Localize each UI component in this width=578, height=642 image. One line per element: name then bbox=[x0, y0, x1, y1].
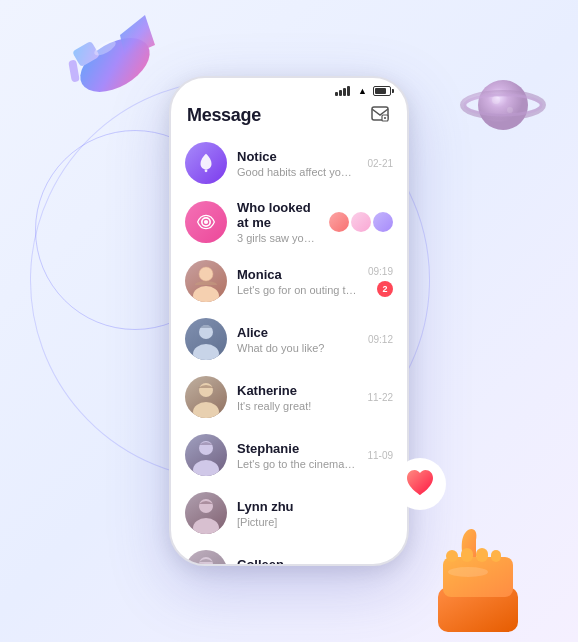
phone-screen: ▲ Message bbox=[169, 76, 409, 566]
heart-reaction-icon bbox=[393, 457, 448, 512]
list-item[interactable]: Monica Let's go for on outing this weeke… bbox=[171, 252, 407, 310]
svg-point-16 bbox=[448, 567, 488, 577]
contact-name: Who looked at me bbox=[237, 200, 319, 230]
message-meta bbox=[329, 212, 393, 232]
list-item[interactable]: Colleen [Video] 10-23 bbox=[171, 542, 407, 566]
svg-point-7 bbox=[492, 96, 500, 104]
megaphone-icon bbox=[50, 0, 170, 110]
avatar bbox=[185, 260, 227, 302]
thumbs-up-icon bbox=[418, 502, 538, 632]
app-header: Message bbox=[171, 100, 407, 134]
contact-name: Monica bbox=[237, 267, 358, 282]
message-content: Colleen [Video] bbox=[237, 557, 357, 567]
svg-point-30 bbox=[193, 402, 219, 418]
list-item[interactable]: Stephanie Let's go to the cinema togethe… bbox=[171, 426, 407, 484]
svg-rect-13 bbox=[461, 548, 473, 562]
battery-icon bbox=[373, 86, 391, 96]
contact-name: Katherine bbox=[237, 383, 357, 398]
svg-point-21 bbox=[205, 169, 208, 172]
message-content: Monica Let's go for on outing this weeke… bbox=[237, 267, 358, 296]
message-preview: What do you like? bbox=[237, 342, 358, 354]
message-content: Katherine It's really great! bbox=[237, 383, 357, 412]
message-time: 10-23 bbox=[367, 566, 393, 567]
message-content: Lynn zhu [Picture] bbox=[237, 499, 383, 528]
planet-icon bbox=[458, 60, 548, 150]
message-content: Stephanie Let's go to the cinema togethe… bbox=[237, 441, 357, 470]
list-item[interactable]: Who looked at me 3 girls saw you 3mine a… bbox=[171, 192, 407, 252]
contact-name: Notice bbox=[237, 149, 357, 164]
message-preview: Let's go to the cinema together bbox=[237, 458, 357, 470]
message-meta: 09:12 bbox=[368, 334, 393, 345]
avatar bbox=[185, 318, 227, 360]
viewer-avatars bbox=[329, 212, 393, 232]
svg-point-23 bbox=[204, 220, 208, 224]
list-item[interactable]: Lynn zhu [Picture] bbox=[171, 484, 407, 542]
svg-rect-2 bbox=[68, 59, 80, 82]
message-meta: 10-23 bbox=[367, 566, 393, 567]
message-time: 09:12 bbox=[368, 334, 393, 345]
svg-point-28 bbox=[193, 344, 219, 360]
contact-name: Stephanie bbox=[237, 441, 357, 456]
message-content: Alice What do you like? bbox=[237, 325, 358, 354]
svg-point-8 bbox=[507, 107, 513, 113]
list-item[interactable]: Katherine It's really great! 11-22 bbox=[171, 368, 407, 426]
unread-badge: 2 bbox=[377, 281, 393, 297]
message-time: 09:19 bbox=[368, 266, 393, 277]
avatar bbox=[185, 376, 227, 418]
wifi-icon: ▲ bbox=[358, 86, 367, 96]
svg-rect-11 bbox=[443, 557, 513, 597]
avatar bbox=[185, 434, 227, 476]
svg-rect-14 bbox=[476, 548, 488, 562]
message-meta: 11-09 bbox=[367, 450, 393, 461]
message-preview: 3 girls saw you 3mine ago bbox=[237, 232, 319, 244]
avatar bbox=[185, 142, 227, 184]
svg-point-4 bbox=[478, 80, 528, 130]
avatar bbox=[185, 492, 227, 534]
message-list: Notice Good habits affect your life 02-2… bbox=[171, 134, 407, 566]
message-content: Who looked at me 3 girls saw you 3mine a… bbox=[237, 200, 319, 244]
compose-icon[interactable] bbox=[369, 104, 391, 126]
message-time: 02-21 bbox=[367, 158, 393, 169]
svg-point-34 bbox=[193, 518, 219, 534]
app-title: Message bbox=[187, 105, 261, 126]
list-item[interactable]: Alice What do you like? 09:12 bbox=[171, 310, 407, 368]
phone-mockup: ▲ Message bbox=[169, 76, 409, 566]
message-meta: 02-21 bbox=[367, 158, 393, 169]
message-preview: It's really great! bbox=[237, 400, 357, 412]
avatar bbox=[185, 550, 227, 566]
message-content: Notice Good habits affect your life bbox=[237, 149, 357, 178]
contact-name: Colleen bbox=[237, 557, 357, 567]
svg-rect-15 bbox=[491, 550, 501, 562]
message-time: 11-09 bbox=[367, 450, 393, 461]
message-time: 11-22 bbox=[367, 392, 393, 403]
list-item[interactable]: Notice Good habits affect your life 02-2… bbox=[171, 134, 407, 192]
message-meta: 09:19 2 bbox=[368, 266, 393, 297]
message-preview: [Picture] bbox=[237, 516, 383, 528]
svg-point-32 bbox=[193, 460, 219, 476]
message-preview: Let's go for on outing this weekend~ bbox=[237, 284, 358, 296]
message-preview: Good habits affect your life bbox=[237, 166, 357, 178]
status-bar: ▲ bbox=[171, 78, 407, 100]
contact-name: Lynn zhu bbox=[237, 499, 383, 514]
svg-rect-12 bbox=[446, 550, 458, 562]
avatar bbox=[185, 201, 227, 243]
message-meta: 11-22 bbox=[367, 392, 393, 403]
signal-icon bbox=[335, 86, 350, 96]
contact-name: Alice bbox=[237, 325, 358, 340]
svg-point-25 bbox=[193, 286, 219, 302]
